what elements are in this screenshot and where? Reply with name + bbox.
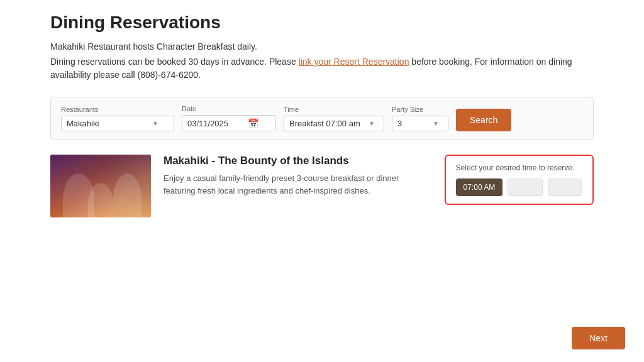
resort-reservation-link[interactable]: link your Resort Reservation	[299, 57, 409, 67]
time-option-700am[interactable]: 07:00 AM	[456, 178, 503, 196]
next-button[interactable]: Next	[572, 327, 625, 349]
party-size-chevron-icon: ▼	[433, 120, 439, 127]
search-button[interactable]: Search	[456, 109, 511, 131]
time-select[interactable]: Breakfast 07:00 am	[289, 119, 365, 128]
time-select-wrapper: Breakfast 07:00 am ▼	[284, 116, 384, 131]
restaurant-select[interactable]: Makahiki	[67, 119, 148, 128]
party-size-label: Party Size	[392, 106, 448, 113]
restaurant-title: Makahiki - The Bounty of the Islands	[164, 155, 432, 167]
time-option-empty2	[548, 178, 582, 196]
description-line1: Makahiki Restaurant hosts Character Brea…	[50, 41, 594, 52]
calendar-icon: 📅	[248, 118, 258, 128]
description-line2: Dining reservations can be booked 30 day…	[50, 55, 594, 82]
description-pre-text: Dining reservations can be booked 30 day…	[50, 57, 299, 67]
restaurant-description: Enjoy a casual family-friendly preset 3-…	[164, 172, 432, 197]
party-size-select[interactable]: 3	[397, 119, 429, 128]
date-label: Date	[182, 105, 276, 112]
restaurant-select-wrapper: Makahiki ▼	[61, 116, 174, 131]
time-field-group: Time Breakfast 07:00 am ▼	[284, 106, 384, 131]
party-size-field-group: Party Size 3 ▼	[392, 106, 448, 131]
restaurant-label: Restaurants	[61, 106, 174, 113]
result-card: Makahiki - The Bounty of the Islands Enj…	[50, 155, 594, 217]
time-options: 07:00 AM	[456, 178, 582, 196]
search-bar: Restaurants Makahiki ▼ Date 📅 Time Break…	[50, 97, 594, 140]
party-size-select-wrapper: 3 ▼	[392, 116, 448, 131]
date-input-wrapper: 📅	[182, 115, 276, 131]
time-option-empty1	[508, 178, 542, 196]
time-label: Time	[284, 106, 384, 113]
time-selector-label: Select your desired time to reserve.	[456, 163, 582, 172]
time-chevron-icon: ▼	[369, 120, 375, 127]
restaurant-field-group: Restaurants Makahiki ▼	[61, 106, 174, 131]
result-info: Makahiki - The Bounty of the Islands Enj…	[164, 155, 432, 197]
date-field-group: Date 📅	[182, 105, 276, 131]
restaurant-chevron-icon: ▼	[152, 120, 158, 127]
page-title: Dining Reservations	[50, 13, 594, 33]
time-selector: Select your desired time to reserve. 07:…	[445, 155, 594, 205]
restaurant-image	[50, 155, 151, 217]
date-input[interactable]	[187, 119, 244, 128]
